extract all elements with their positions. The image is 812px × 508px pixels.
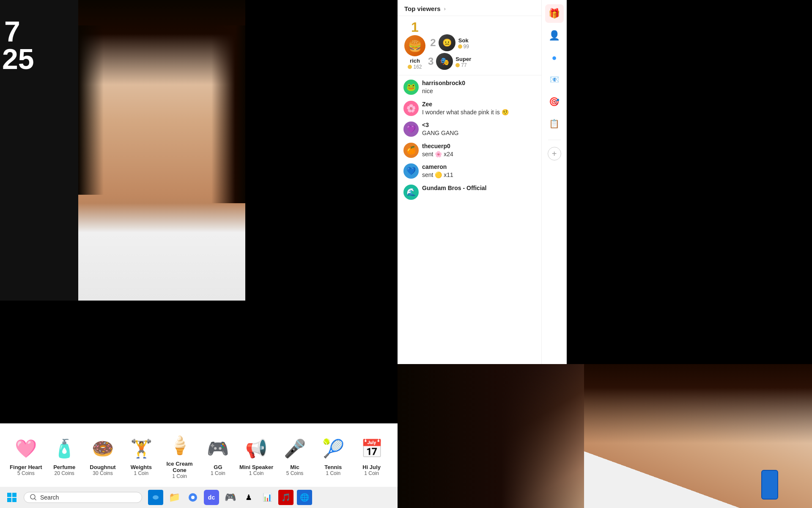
windows-start-button[interactable] — [4, 490, 19, 505]
gift-coins-7: 5 Coins — [286, 470, 304, 476]
chat-avatar-5: 🌊 — [403, 185, 419, 200]
gift-name-9: Hi July — [362, 464, 381, 470]
viewer-3-name: Super — [455, 56, 471, 62]
video-thumb-bg-left — [398, 364, 605, 508]
search-icon — [30, 494, 37, 501]
taskbar-icon-edge[interactable] — [148, 490, 163, 505]
viewer-1-coins: 162 — [408, 64, 422, 70]
viewer-rank-2-row: 2 😐 Sok 99 — [430, 34, 469, 51]
chat-message: 🌊 Gundam Bros - Official — [403, 185, 535, 200]
chat-avatar-4: 💙 — [403, 163, 419, 179]
chat-avatar-1: 🌸 — [403, 101, 419, 116]
gift-item-3[interactable]: 🏋️ Weights 1 Coin — [123, 435, 159, 476]
video-person — [78, 0, 245, 301]
gift-item-4[interactable]: 🍦 Ice Cream Cone 1 Coin — [162, 431, 197, 479]
top-viewers-label: Top viewers — [404, 5, 441, 12]
chat-message: 💙 cameron sent 🟡 x11 — [403, 163, 535, 179]
gift-item-5[interactable]: 🎮 GG 1 Coin — [200, 435, 236, 476]
chat-text-1: I wonder what shade pink it is 🤨 — [422, 108, 535, 117]
viewer-1-avatar: 🍔 — [404, 35, 425, 56]
gift-item-7[interactable]: 🎤 Mic 5 Coins — [277, 435, 313, 476]
taskbar: Search 📁 dc 🎮 — [0, 487, 398, 508]
coin-dot-3 — [455, 63, 460, 67]
taskbar-app-icons: 📁 dc 🎮 ♟ 📊 🎵 🌐 — [148, 490, 312, 505]
gift-icon-4: 🍦 — [166, 431, 193, 459]
sidebar-icon-target[interactable]: 🎯 — [545, 92, 564, 111]
hair-left — [78, 25, 104, 195]
taskbar-icon-discord[interactable]: dc — [204, 490, 219, 505]
chat-message: 💜 <3 GANG GANG — [403, 121, 535, 138]
rank-3-number: 3 — [428, 55, 433, 67]
sidebar-icon-gift[interactable]: 🎁 — [545, 4, 564, 23]
svg-rect-2 — [7, 498, 11, 502]
viewer-2-name: Sok — [458, 37, 469, 44]
viewer-2-info: Sok 99 — [458, 36, 469, 50]
video-area: 7 25 — [0, 0, 398, 364]
svg-line-5 — [35, 499, 36, 500]
chat-username-2: <3 — [422, 121, 535, 128]
video-right-bg — [245, 0, 398, 301]
taskbar-icon-chrome[interactable] — [185, 490, 200, 505]
chat-message: 🐸 harrisonbrock0 nice — [403, 80, 535, 96]
rank-1-number: 1 — [411, 19, 419, 35]
gift-item-2[interactable]: 🍩 Doughnut 30 Coins — [85, 435, 121, 476]
gift-coins-2: 30 Coins — [93, 470, 112, 476]
gift-coins-8: 1 Coin — [326, 470, 340, 476]
sidebar-add-button[interactable]: + — [548, 147, 561, 160]
gift-name-4: Ice Cream Cone — [162, 461, 197, 473]
viewer-1-name: rich — [410, 58, 420, 64]
gift-coins-0: 5 Coins — [17, 470, 35, 476]
taskbar-icon-app5[interactable]: 🎮 — [222, 490, 238, 505]
gift-name-2: Doughnut — [90, 464, 115, 470]
viewer-3-avatar: 🎭 — [436, 53, 453, 70]
chat-content-1: Zee I wonder what shade pink it is 🤨 — [422, 101, 535, 117]
chat-username-3: thecuerp0 — [422, 143, 535, 149]
gift-coins-1: 20 Coins — [55, 470, 74, 476]
gift-icon-0: 🩷 — [12, 435, 40, 462]
gift-name-0: Finger Heart — [10, 464, 42, 470]
chat-message: 🍊 thecuerp0 sent 🌸 x24 — [403, 143, 535, 159]
video-thumb-hair — [584, 364, 812, 443]
chat-message: 🌸 Zee I wonder what shade pink it is 🤨 — [403, 101, 535, 117]
viewer-2-avatar: 😐 — [439, 34, 455, 51]
gift-item-1[interactable]: 🧴 Perfume 20 Coins — [47, 435, 82, 476]
chat-text-2: GANG GANG — [422, 129, 535, 138]
top-viewers-header[interactable]: Top viewers › — [398, 0, 541, 16]
viewer-2-coins: 99 — [458, 44, 469, 50]
gift-item-8[interactable]: 🎾 Tennis 1 Coin — [315, 435, 351, 476]
sidebar-icon-blue-circle[interactable]: ● — [545, 48, 564, 67]
viewer-ranks: 1 🍔 rich 162 2 😐 — [398, 16, 541, 75]
chat-area: Top viewers › 1 🍔 rich 162 — [398, 0, 812, 364]
chat-messages-list: 🐸 harrisonbrock0 nice 🌸 Zee I wonder wha… — [398, 75, 541, 364]
viewer-3-info: Super 77 — [455, 55, 471, 68]
sidebar-icon-user[interactable]: 👤 — [545, 26, 564, 45]
overlay-number-25: 25 — [2, 42, 34, 75]
chat-content-5: Gundam Bros - Official — [422, 185, 535, 191]
sidebar-icon-outlook[interactable]: 📧 — [545, 70, 564, 89]
svg-rect-1 — [12, 493, 16, 497]
coin-dot-2 — [458, 44, 462, 49]
gift-icon-2: 🍩 — [89, 435, 116, 462]
svg-point-4 — [30, 494, 35, 499]
gift-bar: 🩷 Finger Heart 5 Coins 🧴 Perfume 20 Coin… — [0, 423, 398, 487]
gift-coins-6: 1 Coin — [249, 470, 264, 476]
sidebar-icon-clipboard[interactable]: 📋 — [545, 114, 564, 133]
coin-dot-1 — [408, 65, 412, 69]
gift-coins-5: 1 Coin — [211, 470, 225, 476]
taskbar-icon-chrome2[interactable]: 🌐 — [297, 490, 312, 505]
gift-coins-9: 1 Coin — [364, 470, 379, 476]
gift-item-6[interactable]: 📢 Mini Speaker 1 Coin — [239, 435, 274, 476]
gift-item-9[interactable]: 📅 Hi July 1 Coin — [354, 435, 389, 476]
taskbar-icon-app8[interactable]: 🎵 — [278, 490, 294, 505]
chat-avatar-2: 💜 — [403, 121, 419, 137]
bottom-right-video — [398, 364, 812, 508]
gift-name-7: Mic — [290, 464, 299, 470]
gift-item-0[interactable]: 🩷 Finger Heart 5 Coins — [8, 435, 44, 476]
shirt-area — [78, 203, 245, 301]
taskbar-icon-app7[interactable]: 📊 — [260, 490, 275, 505]
taskbar-icon-steam[interactable]: ♟ — [241, 490, 256, 505]
left-column: 7 25 🩷 Finger Heart 5 Coins 🧴 Perfume 20… — [0, 0, 398, 508]
svg-rect-0 — [7, 493, 11, 497]
taskbar-icon-folder[interactable]: 📁 — [167, 490, 182, 505]
taskbar-search-bar[interactable]: Search — [24, 492, 142, 503]
